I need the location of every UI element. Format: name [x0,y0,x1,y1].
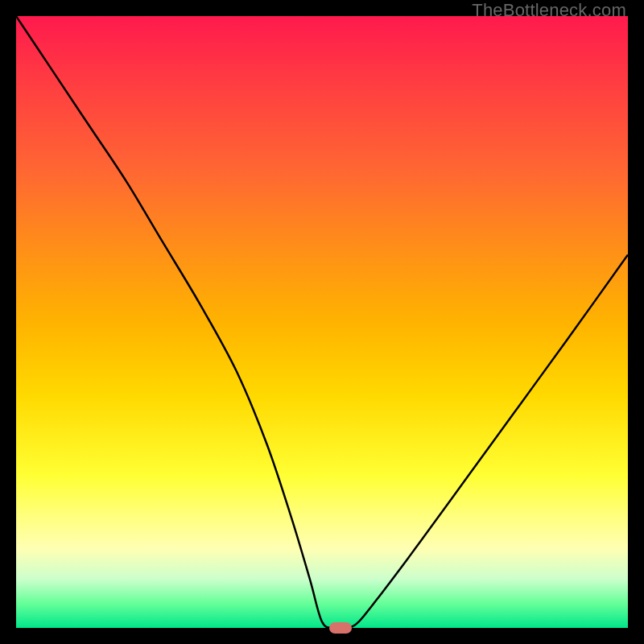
plot-area [16,16,628,628]
chart-frame: TheBottleneck.com [0,0,644,644]
watermark-text: TheBottleneck.com [472,0,626,21]
optimal-marker [329,622,352,634]
